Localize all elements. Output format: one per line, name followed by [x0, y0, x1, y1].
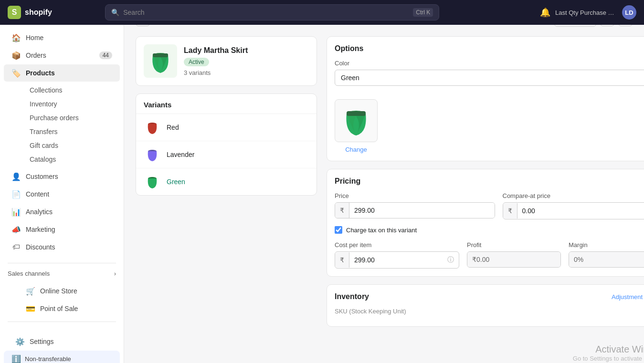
price-field: Price ₹	[335, 192, 495, 219]
inventory-section: Inventory Adjustment history SKU (Stock …	[327, 285, 644, 326]
product-thumbnail	[144, 44, 177, 78]
status-badge: Active	[184, 58, 209, 66]
variant-name-lavender: Lavender	[167, 151, 194, 158]
sidebar-item-catalogs[interactable]: Catalogs	[22, 153, 120, 166]
sidebar-item-inventory[interactable]: Inventory	[22, 97, 120, 111]
sidebar-discounts-label: Discounts	[26, 243, 55, 251]
inventory-placeholder: SKU (Stock Keeping Unit)	[335, 308, 644, 319]
margin-label: Margin	[569, 241, 644, 249]
sidebar-divider-2	[8, 322, 116, 322]
sidebar-analytics-label: Analytics	[26, 208, 53, 216]
cost-info-icon[interactable]: ⓘ	[443, 252, 459, 268]
margin-input	[569, 252, 644, 267]
sidebar-customers-label: Customers	[26, 173, 58, 180]
adjustment-history-link[interactable]: Adjustment history	[612, 293, 644, 301]
variant-thumb-red	[144, 119, 161, 136]
inventory-card: Inventory Adjustment history SKU (Stock …	[327, 284, 644, 327]
sidebar-item-purchase-orders[interactable]: Purchase orders	[22, 111, 120, 124]
sidebar-item-content[interactable]: 📄 Content	[4, 186, 120, 203]
tax-check-row: Charge tax on this variant	[335, 226, 644, 234]
search-icon: 🔍	[111, 9, 119, 16]
online-store-label: Online Store	[40, 287, 77, 295]
topnav: S shopify 🔍 Ctrl K 🔔 Last Qty Purchase S…	[0, 0, 644, 25]
variants-card: Variants Red	[136, 93, 317, 196]
sidebar-marketing-label: Marketing	[26, 226, 55, 233]
product-image	[146, 47, 175, 75]
sidebar-sales-submenu: 🛒 Online Store 💳 Point of Sale	[0, 281, 124, 319]
discounts-icon: 🏷	[11, 242, 21, 252]
product-info: Lady Martha Skirt Active 3 variants	[184, 46, 309, 76]
transfers-label: Transfers	[30, 128, 58, 135]
price-currency: ₹	[335, 203, 349, 218]
variant-item-lavender[interactable]: Lavender	[136, 141, 317, 168]
info-icon: ℹ️	[11, 354, 21, 363]
search-input[interactable]	[123, 9, 409, 16]
content-icon: 📄	[11, 189, 21, 199]
shopify-logo-icon: S	[8, 6, 21, 19]
variant-item-red[interactable]: Red	[136, 114, 317, 141]
compare-price-label: Compare-at price	[503, 192, 644, 199]
cost-input[interactable]	[349, 252, 443, 268]
change-image-link[interactable]: Change	[335, 146, 378, 153]
variant-item-green[interactable]: Green	[136, 168, 317, 195]
sidebar-item-online-store[interactable]: 🛒 Online Store	[18, 282, 120, 300]
point-of-sale-label: Point of Sale	[40, 305, 78, 312]
sidebar-item-settings[interactable]: ⚙️ Settings	[8, 333, 116, 350]
orders-badge: 44	[99, 52, 112, 59]
sidebar-content-label: Content	[26, 190, 49, 198]
sidebar-item-collections[interactable]: Collections	[22, 83, 120, 97]
pos-icon: 💳	[26, 304, 35, 313]
online-store-icon: 🛒	[26, 286, 35, 296]
search-shortcut: Ctrl K	[413, 8, 433, 17]
svg-rect-1	[153, 53, 168, 57]
margin-field: Margin	[569, 241, 644, 269]
avatar[interactable]: LD	[622, 5, 636, 20]
sidebar-item-marketing[interactable]: 📣 Marketing	[4, 221, 120, 238]
inventory-label: Inventory	[30, 100, 57, 108]
notifications-button[interactable]: 🔔	[540, 7, 550, 18]
sidebar-item-discounts[interactable]: 🏷 Discounts	[4, 239, 120, 256]
options-card: Options Color C	[327, 36, 644, 161]
sidebar-item-customers[interactable]: 👤 Customers	[4, 168, 120, 185]
products-icon: 🏷️	[11, 68, 21, 78]
pricing-title: Pricing	[335, 177, 644, 186]
variant-thumb-green	[144, 173, 161, 190]
sidebar-item-point-of-sale[interactable]: 💳 Point of Sale	[18, 300, 120, 317]
sidebar-item-gift-cards[interactable]: Gift cards	[22, 139, 120, 152]
search-bar: 🔍 Ctrl K	[105, 4, 439, 21]
shopify-logo[interactable]: S shopify	[8, 6, 52, 19]
compare-price-field: Compare-at price ₹ ⓘ	[503, 192, 644, 219]
sidebar-main-section: 🏠 Home 📦 Orders 44 🏷️ Products Collectio…	[0, 25, 124, 260]
sidebar-item-orders[interactable]: 📦 Orders 44	[4, 47, 120, 64]
profit-input	[467, 252, 560, 267]
left-column: Lady Martha Skirt Active 3 variants Vari…	[136, 36, 317, 363]
sidebar-item-home[interactable]: 🏠 Home	[4, 29, 120, 46]
sidebar-products-submenu: Collections Inventory Purchase orders Tr…	[0, 82, 124, 167]
sidebar-footer: ⚙️ Settings ℹ️ Non-transferable	[0, 325, 124, 363]
color-option-input[interactable]	[335, 70, 644, 86]
purchase-orders-label: Purchase orders	[30, 114, 79, 122]
sidebar-item-analytics[interactable]: 📊 Analytics	[4, 203, 120, 220]
sidebar-sales-channels[interactable]: Sales channels ›	[0, 266, 124, 281]
compare-currency: ₹	[503, 203, 517, 218]
product-card-inner: Lady Martha Skirt Active 3 variants	[136, 37, 317, 85]
margin-display	[569, 251, 644, 268]
tax-checkbox[interactable]	[335, 226, 342, 234]
compare-price-input[interactable]	[517, 203, 644, 218]
content-grid: Lady Martha Skirt Active 3 variants Vari…	[136, 36, 633, 363]
price-input[interactable]	[349, 203, 495, 218]
sidebar-divider-1	[8, 263, 116, 263]
store-name: Last Qty Purchase St...	[555, 9, 617, 16]
activate-windows-title: Activate Windows	[327, 344, 644, 355]
sidebar-item-transfers[interactable]: Transfers	[22, 125, 120, 138]
gift-cards-label: Gift cards	[30, 142, 58, 149]
compare-price-input-wrap: ₹ ⓘ	[503, 202, 644, 219]
collections-label: Collections	[30, 86, 62, 94]
sales-channels-label: Sales channels	[8, 270, 50, 277]
inventory-title: Inventory	[335, 292, 369, 301]
sidebar-item-products[interactable]: 🏷️ Products	[4, 64, 120, 82]
tax-label: Charge tax on this variant	[346, 227, 417, 234]
pricing-section: Pricing Price ₹ Compare-at price	[327, 169, 644, 276]
shopify-logo-text: shopify	[25, 8, 52, 17]
price-label: Price	[335, 192, 495, 199]
